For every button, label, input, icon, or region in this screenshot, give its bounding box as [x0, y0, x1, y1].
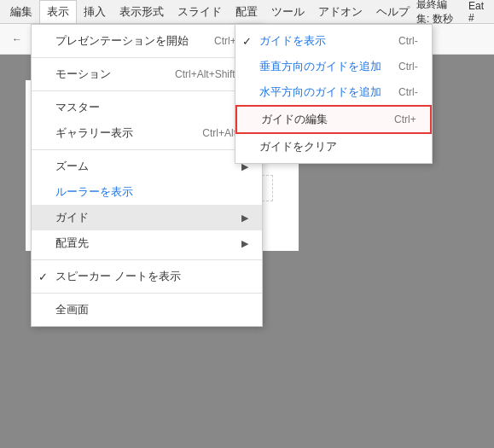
divider-3 — [32, 149, 262, 150]
eat-hash-text: Eat # — [468, 0, 491, 24]
menu-bar: 編集 表示 挿入 表示形式 スライド 配置 ツール アドオン ヘルプ 最終編集:… — [0, 0, 494, 24]
menu-master-label: マスター — [55, 100, 100, 115]
menu-presentation-label: プレゼンテーションを開始 — [55, 33, 189, 49]
menu-master[interactable]: マスター — [32, 95, 262, 120]
speaker-checkmark-icon: ✓ — [38, 271, 48, 283]
menu-motion[interactable]: モーション Ctrl+Alt+Shift+B — [32, 61, 262, 87]
submenu-add-horizontal[interactable]: 水平方向のガイドを追加 Ctrl- — [235, 79, 432, 105]
menu-speaker[interactable]: ✓ スピーカー ノートを表示 — [32, 264, 262, 289]
menu-ruler[interactable]: ルーラーを表示 — [32, 179, 262, 205]
submenu-add-horizontal-shortcut: Ctrl- — [381, 86, 418, 98]
last-edit-text: 最終編集: 数秒 — [416, 0, 465, 26]
menu-guide-label: ガイド — [55, 210, 89, 225]
menu-item-insert[interactable]: 挿入 — [77, 1, 113, 23]
menu-fullscreen[interactable]: 全画面 — [32, 297, 262, 323]
submenu-edit-guide-label: ガイドの編集 — [261, 112, 328, 127]
divider-5 — [32, 293, 262, 294]
menu-item-edit[interactable]: 編集 — [3, 1, 39, 23]
submenu-add-vertical-shortcut: Ctrl- — [381, 61, 418, 73]
menu-item-help[interactable]: ヘルプ — [369, 1, 416, 23]
submenu-add-horizontal-label: 水平方向のガイドを追加 — [259, 84, 381, 100]
menu-item-format[interactable]: 表示形式 — [113, 1, 171, 23]
menu-arrange-label: 配置先 — [55, 236, 89, 251]
submenu-show-guide-shortcut: Ctrl- — [381, 35, 418, 47]
divider-1 — [32, 57, 262, 58]
menu-speaker-label: スピーカー ノートを表示 — [55, 269, 181, 284]
submenu-clear-guide-label: ガイドをクリア — [259, 139, 337, 154]
menu-ruler-label: ルーラーを表示 — [55, 184, 133, 200]
show-guide-checkmark-icon: ✓ — [242, 35, 252, 48]
guide-submenu: ✓ ガイドを表示 Ctrl- 垂直方向のガイドを追加 Ctrl- 水平方向のガイ… — [235, 24, 433, 164]
menu-gallery-label: ギャラリー表示 — [55, 125, 133, 141]
view-dropdown-menu: プレゼンテーションを開始 Ctrl+F5 モーション Ctrl+Alt+Shif… — [31, 24, 263, 327]
menu-fullscreen-label: 全画面 — [55, 302, 89, 317]
submenu-edit-guide-shortcut: Ctrl+ — [377, 113, 416, 125]
submenu-edit-guide[interactable]: ガイドの編集 Ctrl+ — [235, 105, 432, 134]
menu-motion-shortcut: Ctrl+Alt+Shift+B — [149, 68, 248, 80]
divider-4 — [32, 259, 262, 260]
divider-2 — [32, 90, 262, 91]
menu-item-addons[interactable]: アドオン — [311, 1, 369, 23]
submenu-add-vertical-label: 垂直方向のガイドを追加 — [259, 59, 381, 74]
menu-item-tools[interactable]: ツール — [264, 1, 311, 23]
menu-gallery[interactable]: ギャラリー表示 Ctrl+Alt+1 — [32, 120, 262, 146]
menu-zoom-label: ズーム — [55, 159, 89, 174]
menu-item-slide[interactable]: スライド — [171, 1, 229, 23]
menu-guide[interactable]: ガイド ▶ — [32, 205, 262, 230]
guide-arrow-icon: ▶ — [241, 212, 248, 224]
menu-arrange[interactable]: 配置先 ▶ — [32, 230, 262, 256]
menu-motion-label: モーション — [55, 67, 111, 82]
menu-presentation[interactable]: プレゼンテーションを開始 Ctrl+F5 — [32, 28, 262, 54]
submenu-show-guide-label: ガイドを表示 — [259, 33, 326, 49]
submenu-show-guide[interactable]: ✓ ガイドを表示 Ctrl- — [235, 28, 432, 54]
submenu-clear-guide[interactable]: ガイドをクリア — [235, 134, 432, 160]
arrange-arrow-icon: ▶ — [241, 238, 248, 249]
menu-item-arrange[interactable]: 配置 — [229, 1, 264, 23]
toolbar-undo[interactable]: ← — [7, 32, 27, 47]
menu-item-view[interactable]: 表示 — [39, 0, 77, 23]
menu-zoom[interactable]: ズーム ▶ — [32, 154, 262, 179]
submenu-add-vertical[interactable]: 垂直方向のガイドを追加 Ctrl- — [235, 54, 432, 79]
